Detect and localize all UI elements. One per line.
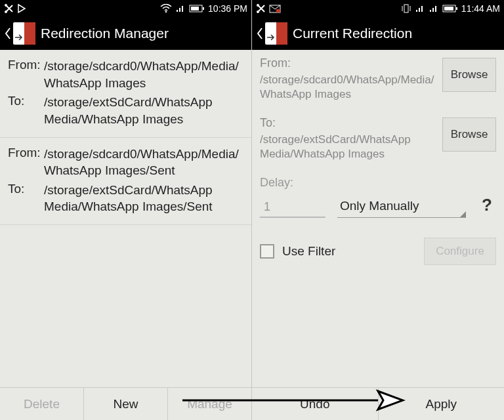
from-label: From:: [8, 146, 44, 179]
svg-rect-10: [404, 5, 408, 12]
from-path: /storage/sdcard0/WhatsApp/Media/WhatsApp…: [44, 146, 243, 179]
battery-icon: [442, 5, 458, 12]
redirection-form: From: /storage/sdcard0/WhatsApp/Media/Wh…: [252, 50, 504, 387]
bottom-bar: Delete New Manage: [0, 387, 251, 420]
from-label: From:: [8, 58, 44, 91]
from-label: From:: [260, 56, 437, 70]
svg-rect-4: [203, 7, 204, 10]
redirection-list: From: /storage/sdcard0/WhatsApp/Media/Wh…: [0, 50, 251, 387]
list-item[interactable]: From: /storage/sdcard0/WhatsApp/Media/Wh…: [0, 50, 251, 138]
back-icon[interactable]: [256, 17, 264, 50]
vibrate-icon: [401, 4, 411, 13]
delay-input[interactable]: [260, 198, 326, 218]
svg-rect-5: [191, 7, 199, 10]
title-bar: Current Redirection: [252, 17, 504, 50]
svg-point-0: [5, 4, 7, 7]
screen-current-redirection: 11:44 AM Current Redirection From: /stor…: [252, 0, 504, 420]
scissors-icon: [4, 3, 14, 14]
wifi-icon: [160, 4, 172, 13]
undo-button[interactable]: Undo: [252, 388, 379, 420]
signal-icon: [415, 4, 425, 13]
apply-button[interactable]: Apply: [379, 388, 505, 420]
to-path: /storage/extSdCard/WhatsApp Media/WhatsA…: [260, 133, 437, 161]
app-icon: [265, 22, 287, 45]
svg-point-7: [257, 10, 259, 13]
clock-text: 11:44 AM: [461, 3, 500, 14]
configure-button[interactable]: Configure: [424, 238, 496, 265]
use-filter-label: Use Filter: [282, 244, 416, 259]
svg-rect-12: [456, 7, 457, 10]
browse-from-button[interactable]: Browse: [442, 58, 496, 92]
new-button[interactable]: New: [84, 388, 168, 420]
to-path: /storage/extSdCard/WhatsApp Media/WhatsA…: [44, 182, 243, 215]
svg-point-6: [257, 4, 259, 7]
delay-mode-spinner[interactable]: Only Manually: [337, 195, 466, 218]
svg-point-2: [165, 11, 167, 13]
mail-icon: [269, 4, 281, 13]
list-item[interactable]: From: /storage/sdcard0/WhatsApp/Media/Wh…: [0, 138, 251, 226]
to-label: To:: [260, 116, 437, 130]
manage-button[interactable]: Manage: [168, 388, 251, 420]
delay-label: Delay:: [260, 176, 496, 190]
clock-text: 10:36 PM: [208, 3, 247, 14]
delete-button[interactable]: Delete: [0, 388, 84, 420]
back-icon[interactable]: [4, 17, 12, 50]
browse-to-button[interactable]: Browse: [442, 117, 496, 152]
from-path: /storage/sdcard0/WhatsApp/Media/WhatsApp…: [44, 58, 243, 91]
signal-icon: [429, 4, 439, 13]
status-bar: 11:44 AM: [252, 0, 504, 17]
from-path: /storage/sdcard0/WhatsApp/Media/WhatsApp…: [260, 73, 437, 102]
to-path: /storage/extSdCard/WhatsApp Media/WhatsA…: [44, 94, 243, 127]
svg-rect-9: [276, 9, 280, 12]
page-title: Redirection Manager: [41, 26, 169, 41]
screen-redirection-manager: 10:36 PM Redirection Manager From: /stor…: [0, 0, 252, 420]
status-bar: 10:36 PM: [0, 0, 251, 17]
app-icon: [13, 22, 35, 45]
play-icon: [17, 4, 26, 13]
svg-point-1: [5, 10, 7, 13]
use-filter-checkbox[interactable]: [260, 244, 274, 259]
scissors-icon: [256, 3, 266, 14]
to-label: To:: [8, 182, 44, 215]
bottom-bar: Undo Apply: [252, 387, 504, 420]
title-bar: Redirection Manager: [0, 17, 251, 50]
signal-icon: [175, 4, 186, 13]
svg-rect-13: [444, 7, 453, 10]
page-title: Current Redirection: [293, 26, 412, 41]
to-label: To:: [8, 94, 44, 127]
battery-icon: [189, 5, 205, 12]
help-icon[interactable]: ?: [478, 195, 496, 218]
